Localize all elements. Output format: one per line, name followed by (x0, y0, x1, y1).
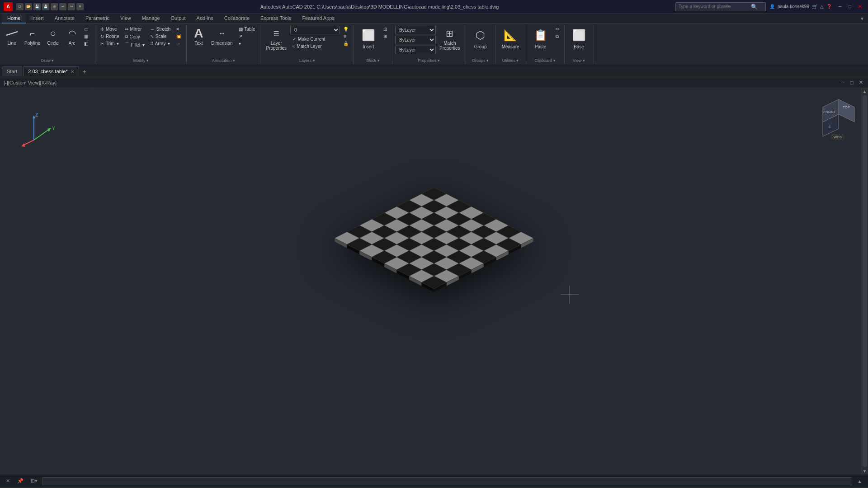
viewport-minimize-button[interactable]: ─ (839, 79, 846, 86)
username[interactable]: paula.konsek99 (778, 4, 809, 9)
ribbon-group-properties: ByLayer ByLayer ByLayer (392, 25, 466, 64)
fillet-button[interactable]: ⌒ Fillet ▾ (123, 41, 147, 49)
multileader-button[interactable]: ↗ (236, 33, 258, 40)
hatch-button[interactable]: ▦ (82, 33, 92, 40)
annotation-dropdown[interactable]: ▾ (236, 40, 258, 47)
define-attrib-button[interactable]: ⊞ (381, 33, 389, 40)
minimize-button[interactable]: ─ (835, 2, 844, 11)
extend-button[interactable]: → (174, 40, 184, 47)
paste-button[interactable]: 📋 Paste (529, 26, 552, 51)
canvas[interactable]: Z Y TOP FRONT S (0, 88, 868, 474)
create-block-button[interactable]: ⊡ (381, 26, 389, 33)
axes-indicator: Z Y (20, 113, 57, 149)
stretch-button[interactable]: ↔ Stretch (148, 26, 173, 33)
command-input[interactable] (42, 477, 852, 485)
copy-button[interactable]: ⧉ Copy (123, 33, 147, 40)
measure-button[interactable]: 📐 Measure (498, 26, 523, 51)
print-icon[interactable]: 🖨 (51, 3, 58, 10)
help-icon[interactable]: ❓ (826, 4, 832, 9)
mirror-button[interactable]: ⇔ Mirror (123, 26, 147, 33)
circle-icon: ○ (47, 27, 59, 40)
cmd-expand-button[interactable]: ⊞▾ (28, 477, 40, 485)
explode-button[interactable]: 💥 (174, 33, 184, 40)
tab-express[interactable]: Express Tools (255, 14, 297, 23)
tab-home[interactable]: Home (2, 14, 26, 23)
redo-icon[interactable]: ↪ (68, 3, 75, 10)
scroll-thumb[interactable] (863, 95, 867, 467)
viewcube-svg[interactable]: TOP FRONT S WCS (818, 97, 859, 142)
polyline-button[interactable]: ⌐ Polyline (22, 26, 43, 47)
tab-view[interactable]: View (115, 14, 137, 23)
viewcube[interactable]: TOP FRONT S WCS (818, 97, 854, 133)
erase-button[interactable]: ✕ (174, 26, 184, 33)
new-file-icon[interactable]: 🗋 (16, 3, 24, 10)
linetype-dropdown[interactable]: ByLayer (395, 36, 436, 44)
cart-icon[interactable]: 🛒 (812, 4, 817, 9)
array-button[interactable]: ⠿ Array ▾ (148, 40, 173, 47)
base-button[interactable]: ⬜ Base (567, 26, 591, 51)
scale-button[interactable]: ⤡ Scale (148, 33, 173, 40)
save-icon[interactable]: 💾 (33, 3, 41, 10)
search-icon[interactable]: 🔍 (751, 4, 758, 10)
layer-properties-button[interactable]: ≡ LayerProperties (263, 26, 289, 52)
lineweight-dropdown[interactable]: ByLayer (395, 46, 436, 54)
table-button[interactable]: ▦ Table (236, 26, 258, 33)
text-button[interactable]: A Text (189, 26, 208, 47)
rectangle-button[interactable]: ▭ (82, 26, 92, 33)
line-button[interactable]: ╱ Line (3, 26, 21, 47)
open-file-icon[interactable]: 📂 (25, 3, 32, 10)
autodesk-icon[interactable]: △ (820, 4, 824, 9)
undo-icon[interactable]: ↩ (59, 3, 66, 10)
cmd-close-button[interactable]: ✕ (4, 477, 12, 485)
dimension-button[interactable]: ↔ Dimension (208, 26, 235, 47)
insert-button[interactable]: ⬜ Insert (357, 26, 380, 51)
layer-lock-button[interactable]: 🔒 (341, 40, 351, 47)
make-current-button[interactable]: ✓ Make Current (290, 36, 340, 42)
gradient-button[interactable]: ◧ (82, 40, 92, 47)
rotate-button[interactable]: ↻ Rotate (98, 33, 121, 40)
scroll-down-arrow[interactable]: ▼ (862, 468, 868, 474)
tab-insert[interactable]: Insert (26, 14, 49, 23)
props-dropdowns: ByLayer ByLayer ByLayer (395, 26, 436, 54)
match-properties-icon: ⊞ (443, 27, 456, 40)
start-tab[interactable]: Start (2, 66, 22, 76)
fillet-dropdown-icon[interactable]: ▾ (142, 42, 145, 47)
group-button[interactable]: ⬡ Group (469, 26, 492, 51)
saveas-icon[interactable]: 💾 (42, 3, 49, 10)
close-button[interactable]: ✕ (855, 2, 864, 11)
ribbon-minimize-icon[interactable]: ▼ (860, 16, 864, 21)
tab-addins[interactable]: Add-ins (191, 14, 219, 23)
cmd-scroll-button[interactable]: ▲ (855, 478, 864, 485)
maximize-button[interactable]: □ (845, 2, 854, 11)
match-properties-button[interactable]: ⊞ MatchProperties (437, 26, 463, 52)
layer-on-button[interactable]: 💡 (341, 26, 351, 33)
trim-dropdown-icon[interactable]: ▾ (117, 41, 119, 46)
workspace-icon[interactable]: ▼ (76, 3, 84, 10)
drawing-tab[interactable]: 2.03_chess table* ✕ (23, 66, 79, 76)
tab-parametric[interactable]: Parametric (80, 14, 115, 23)
array-dropdown-icon[interactable]: ▾ (168, 41, 170, 46)
add-tab-button[interactable]: + (80, 67, 89, 76)
tab-manage[interactable]: Manage (137, 14, 165, 23)
move-button[interactable]: ✛ Move (98, 26, 121, 33)
tab-output[interactable]: Output (165, 14, 191, 23)
tab-annotate[interactable]: Annotate (49, 14, 80, 23)
close-tab-button[interactable]: ✕ (71, 69, 74, 74)
trim-button[interactable]: ✂ Trim ▾ (98, 40, 121, 47)
viewport-close-button[interactable]: ✕ (857, 79, 864, 86)
dimension-label: Dimension (211, 41, 232, 46)
layer-freeze-button[interactable]: ❄ (341, 33, 351, 40)
cut-button[interactable]: ✂ (553, 26, 561, 33)
copy-clipboard-button[interactable]: ⧉ (553, 33, 561, 40)
match-layer-button[interactable]: ≈ Match Layer (290, 43, 340, 50)
layer-dropdown[interactable]: 0 (290, 26, 340, 34)
viewport-maximize-button[interactable]: □ (848, 79, 855, 86)
search-input[interactable] (679, 4, 751, 9)
color-dropdown[interactable]: ByLayer (395, 26, 436, 34)
circle-button[interactable]: ○ Circle (44, 26, 62, 47)
tab-featured[interactable]: Featured Apps (297, 14, 340, 23)
cmd-pin-button[interactable]: 📌 (15, 477, 26, 485)
scroll-up-arrow[interactable]: ▲ (862, 88, 868, 94)
tab-collaborate[interactable]: Collaborate (219, 14, 255, 23)
arc-button[interactable]: ◠ Arc (63, 26, 81, 47)
